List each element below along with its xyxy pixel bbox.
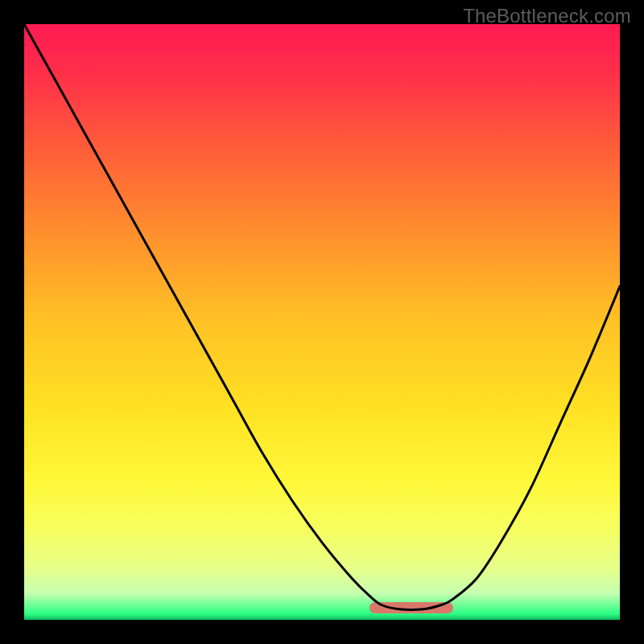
chart-frame: TheBottleneck.com	[0, 0, 644, 644]
plot-area	[24, 24, 620, 620]
bottleneck-curve	[24, 24, 620, 620]
watermark-text: TheBottleneck.com	[463, 5, 631, 27]
